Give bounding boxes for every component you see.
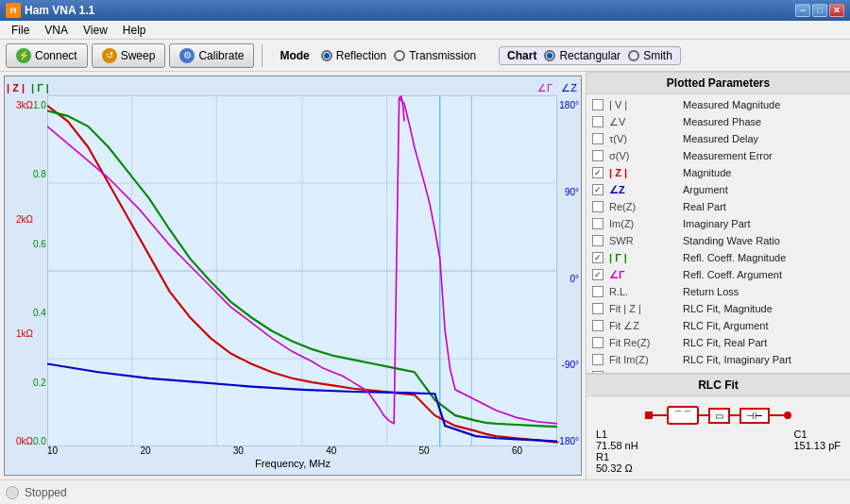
main-area: | Z | | Γ | ∠Γ ∠Z 3kΩ 2kΩ 1kΩ 0kΩ 1.0 0.… bbox=[0, 72, 850, 479]
param-checkbox-z-mag[interactable] bbox=[592, 167, 604, 178]
param-name-swr: SWR bbox=[609, 235, 677, 246]
rlc-c1-label: C1 bbox=[793, 428, 841, 440]
param-row-z-ang: ∠Z Argument bbox=[586, 181, 850, 198]
y-label-1k: 1kΩ bbox=[7, 328, 33, 339]
reflection-radio-group[interactable]: Reflection bbox=[321, 49, 386, 62]
close-button[interactable]: ✕ bbox=[829, 4, 844, 17]
param-checkbox-im-z[interactable] bbox=[592, 218, 604, 229]
param-checkbox-rl[interactable] bbox=[592, 286, 604, 297]
rectangular-label: Rectangular bbox=[559, 49, 620, 62]
params-list: | V | Measured Magnitude ∠V Measured Pha… bbox=[586, 94, 850, 373]
calibrate-button[interactable]: ⚙ Calibrate bbox=[169, 43, 254, 68]
param-checkbox-swr[interactable] bbox=[592, 235, 604, 246]
param-desc-z-mag: Magnitude bbox=[683, 167, 844, 178]
y-gamma-00: 0.0 bbox=[33, 436, 46, 446]
param-name-z-ang: ∠Z bbox=[609, 184, 677, 196]
param-checkbox-fit-z-mag[interactable] bbox=[592, 303, 604, 314]
param-name-fit-z-mag: Fit | Z | bbox=[609, 303, 677, 314]
rlc-l1-value: 71.58 nH bbox=[596, 440, 638, 451]
sweep-button[interactable]: ↺ Sweep bbox=[92, 43, 166, 68]
smith-radio-group[interactable]: Smith bbox=[628, 49, 672, 62]
rlc-wire-3 bbox=[730, 414, 740, 416]
param-desc-im-z: Imaginary Part bbox=[683, 218, 844, 229]
y-gamma-02: 0.2 bbox=[33, 378, 46, 388]
param-checkbox-fit-im-z[interactable] bbox=[592, 354, 604, 365]
rectangular-radio-group[interactable]: Rectangular bbox=[544, 49, 620, 62]
transmission-radio[interactable] bbox=[394, 50, 405, 61]
rlc-l1-group: L1 71.58 nH R1 50.32 Ω bbox=[596, 428, 638, 474]
y-right-inner-0: 0° bbox=[570, 274, 579, 284]
y-label-3k: 3kΩ bbox=[7, 100, 33, 110]
menu-vna[interactable]: VNA bbox=[37, 22, 76, 39]
param-name-gamma-ang: ∠Γ bbox=[609, 269, 677, 281]
titlebar: H Ham VNA 1.1 − □ ✕ bbox=[0, 0, 850, 21]
chart-area: | Z | | Γ | ∠Γ ∠Z 3kΩ 2kΩ 1kΩ 0kΩ 1.0 0.… bbox=[4, 76, 582, 476]
param-checkbox-v-err[interactable] bbox=[592, 150, 604, 161]
rlc-title: RLC Fit bbox=[586, 374, 850, 396]
param-checkbox-fit-re-z[interactable] bbox=[592, 337, 604, 348]
param-name-z-mag: | Z | bbox=[609, 167, 677, 178]
y-label-0k: 0kΩ bbox=[7, 436, 33, 446]
connect-button[interactable]: ⚡ Connect bbox=[6, 43, 88, 68]
menu-view[interactable]: View bbox=[76, 22, 115, 39]
status-icon bbox=[6, 486, 19, 499]
param-checkbox-fit-z-ang[interactable] bbox=[592, 320, 604, 331]
param-desc-gamma-ang: Refl. Coeff. Argument bbox=[683, 269, 844, 280]
x-label-60: 60 bbox=[512, 445, 522, 456]
app-icon: H bbox=[6, 3, 21, 18]
rlc-l1-label: L1 bbox=[596, 428, 638, 440]
param-checkbox-gamma-mag[interactable] bbox=[592, 252, 604, 263]
param-checkbox-re-z[interactable] bbox=[592, 201, 604, 212]
y-right-inner-n90: -90° bbox=[562, 360, 579, 370]
rlc-capacitor: ⊣⊢ bbox=[740, 408, 770, 424]
y-right-inner-top: 180° bbox=[559, 100, 579, 110]
param-name-fit-z-ang: Fit ∠Z bbox=[609, 320, 677, 332]
x-axis-labels: 10 20 30 40 50 60 bbox=[47, 445, 522, 456]
menubar: File VNA View Help bbox=[0, 21, 850, 40]
rlc-inductor: ⌒⌒ bbox=[667, 406, 699, 425]
param-checkbox-v-mag[interactable] bbox=[592, 99, 604, 110]
mode-group: Mode Reflection Transmission bbox=[280, 49, 476, 62]
minimize-button[interactable]: − bbox=[795, 4, 810, 17]
param-name-fit-im-z: Fit Im(Z) bbox=[609, 354, 677, 365]
y-right-inner-90: 90° bbox=[565, 187, 579, 197]
menu-help[interactable]: Help bbox=[115, 22, 154, 39]
x-label-40: 40 bbox=[326, 445, 336, 456]
param-checkbox-z-ang[interactable] bbox=[592, 184, 604, 195]
right-panel: Plotted Parameters | V | Measured Magnit… bbox=[586, 72, 850, 479]
rectangular-radio[interactable] bbox=[544, 50, 555, 61]
rlc-wire-2 bbox=[699, 414, 708, 416]
param-desc-v-phase: Measured Phase bbox=[683, 116, 844, 127]
param-checkbox-v-phase[interactable] bbox=[592, 116, 604, 127]
param-row-fit-z-ang: Fit ∠Z RLC Fit, Argument bbox=[586, 317, 850, 334]
param-row-gamma-ang: ∠Γ Refl. Coeff. Argument bbox=[586, 266, 850, 283]
param-checkbox-v-delay[interactable] bbox=[592, 133, 604, 144]
maximize-button[interactable]: □ bbox=[812, 4, 827, 17]
param-row-fit-re-z: Fit Re(Z) RLC Fit, Real Part bbox=[586, 334, 850, 351]
axis-label-gamma-magnitude: | Γ | bbox=[31, 82, 49, 93]
param-name-v-delay: τ(V) bbox=[609, 133, 677, 144]
window-controls: − □ ✕ bbox=[795, 4, 844, 17]
status-text: Stopped bbox=[25, 486, 67, 499]
transmission-radio-group[interactable]: Transmission bbox=[394, 49, 476, 62]
axis-label-gamma-angle: ∠Γ bbox=[537, 82, 552, 94]
param-desc-fit-im-z: RLC Fit, Imaginary Part bbox=[683, 354, 844, 365]
param-desc-re-z: Real Part bbox=[683, 201, 844, 212]
param-checkbox-gamma-ang[interactable] bbox=[592, 269, 604, 280]
param-desc-v-delay: Measured Delay bbox=[683, 133, 844, 144]
param-name-v-err: σ(V) bbox=[609, 150, 677, 161]
param-row-im-z: Im(Z) Imaginary Part bbox=[586, 215, 850, 232]
param-desc-fit-z-ang: RLC Fit, Argument bbox=[683, 320, 844, 331]
rlc-values: L1 71.58 nH R1 50.32 Ω C1 151.13 pF bbox=[592, 428, 844, 474]
x-label-50: 50 bbox=[419, 445, 430, 456]
reflection-radio[interactable] bbox=[321, 50, 332, 61]
param-name-gamma-mag: | Γ | bbox=[609, 252, 677, 263]
x-label-10: 10 bbox=[47, 445, 58, 456]
menu-file[interactable]: File bbox=[4, 22, 37, 39]
x-label-20: 20 bbox=[140, 445, 150, 456]
smith-radio[interactable] bbox=[628, 50, 639, 61]
param-row-v-mag: | V | Measured Magnitude bbox=[586, 96, 850, 113]
param-row-fit-z-mag: Fit | Z | RLC Fit, Magnitude bbox=[586, 300, 850, 317]
connect-icon: ⚡ bbox=[16, 48, 31, 63]
param-name-rl: R.L. bbox=[609, 286, 677, 297]
